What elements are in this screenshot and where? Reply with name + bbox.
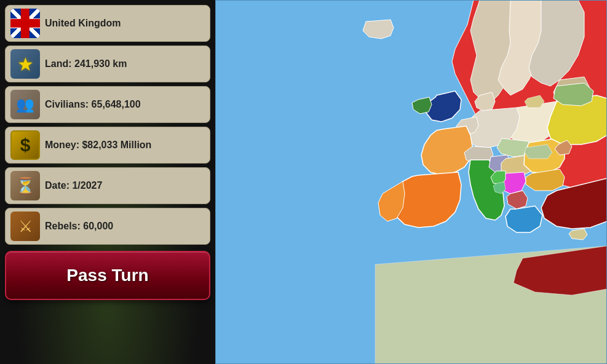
flag-icon	[10, 9, 40, 38]
map-panel[interactable]	[215, 0, 607, 364]
civilians-row: Civilians: 65,648,100	[5, 86, 210, 123]
left-panel: United Kingdom Land: 241,930 km Civilian…	[0, 0, 215, 364]
date-row: Date: 1/2027	[5, 167, 210, 204]
rebels-row: Rebels: 60,000	[5, 208, 210, 245]
money-row: Money: $82,033 Million	[5, 127, 210, 164]
civilians-icon	[10, 90, 40, 119]
date-icon	[10, 171, 40, 200]
rebels-stat: Rebels: 60,000	[45, 221, 113, 232]
land-icon	[10, 49, 40, 79]
date-stat: Date: 1/2027	[45, 180, 102, 191]
money-stat: Money: $82,033 Million	[45, 140, 151, 151]
country-row: United Kingdom	[5, 5, 210, 42]
civilians-stat: Civilians: 65,648,100	[45, 99, 141, 110]
country-name: United Kingdom	[45, 18, 121, 29]
land-stat: Land: 241,930 km	[45, 58, 127, 69]
rebels-icon	[10, 212, 40, 241]
land-row: Land: 241,930 km	[5, 46, 210, 82]
europe-map	[215, 0, 607, 364]
pass-turn-button[interactable]: Pass Turn	[5, 251, 210, 300]
money-icon	[10, 130, 40, 160]
